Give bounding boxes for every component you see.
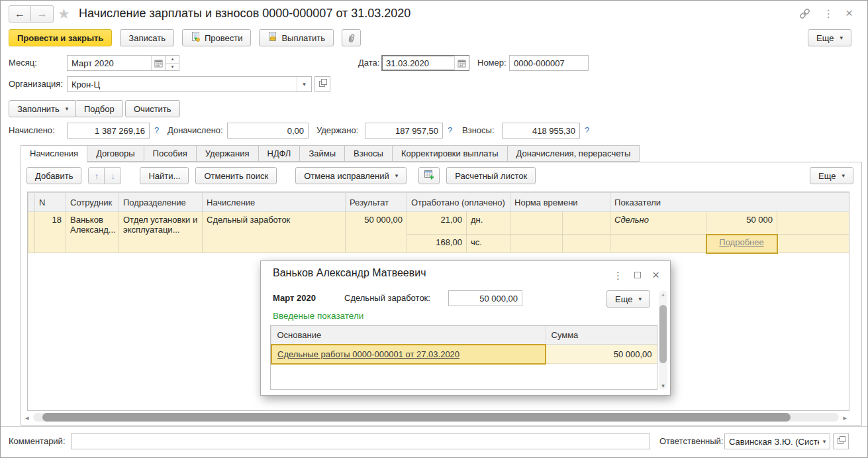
tab-deductions[interactable]: Удержания (197, 145, 259, 162)
favorite-star-icon[interactable]: ★ (58, 6, 70, 22)
cell-indicator-name[interactable]: Сдельно (610, 212, 706, 235)
grid-more-button[interactable]: Еще▾ (810, 167, 853, 184)
get-link-icon[interactable] (798, 7, 812, 21)
pick-button[interactable]: Подбор (75, 100, 123, 117)
stepper-down-icon[interactable]: ▾ (166, 63, 179, 71)
dropdown-icon[interactable]: ▾ (819, 434, 830, 449)
show-indicators-button[interactable] (418, 167, 440, 184)
cell-sum[interactable]: 50 000,00 (546, 345, 657, 364)
col-accrual[interactable]: Начисление (203, 193, 346, 212)
dialog-more-icon[interactable]: ⋮ (613, 270, 623, 280)
withheld-field[interactable]: 187 957,50 (365, 123, 443, 139)
col-result[interactable]: Результат (346, 193, 407, 212)
horizontal-scroll-thumb[interactable] (42, 413, 791, 422)
date-field[interactable]: 31.03.2020 (381, 55, 469, 71)
cell-norm-days-unit[interactable] (563, 212, 610, 235)
scroll-down-icon[interactable]: ▾ (659, 382, 667, 389)
col-employee[interactable]: Сотрудник (66, 193, 119, 212)
cell-accrual[interactable]: Сдельный заработок (203, 212, 346, 253)
piecework-field[interactable]: 50 000,00 (448, 290, 522, 306)
col-worked[interactable]: Отработано (оплачено) (407, 193, 510, 212)
accrued-help-icon[interactable]: ? (154, 125, 159, 135)
comment-field[interactable] (71, 433, 650, 449)
find-button[interactable]: Найти... (140, 167, 189, 184)
col-sum[interactable]: Сумма (546, 326, 657, 345)
tab-accruals[interactable]: Начисления (21, 145, 87, 162)
cell-indicator-extra[interactable] (777, 212, 849, 235)
number-field[interactable]: 0000-000007 (509, 55, 589, 71)
pay-button[interactable]: Выплатить (259, 29, 334, 46)
cell-basis-selected[interactable]: Сдельные работы 0000-000001 от 27.03.202… (271, 345, 546, 364)
details-link[interactable]: Подробнее (719, 237, 763, 247)
month-field[interactable]: Март 2020 (67, 55, 166, 71)
cell-indicator-name-2[interactable] (610, 235, 706, 253)
cell-indicator-extra-2[interactable] (777, 235, 849, 253)
tab-contributions[interactable]: Взносы (345, 145, 393, 162)
stepper-up-icon[interactable]: ▴ (166, 56, 179, 63)
fill-button[interactable]: Заполнить▾ (9, 100, 77, 117)
col-basis[interactable]: Основание (271, 326, 546, 345)
post-and-close-button[interactable]: Провести и закрыть (9, 29, 112, 46)
tab-payment-adjustments[interactable]: Корректировки выплаты (393, 145, 508, 162)
window-more-button[interactable]: Еще▾ (808, 29, 851, 46)
cell-norm-days[interactable] (510, 212, 563, 235)
accrued-field[interactable]: 1 387 269,16 (67, 123, 150, 139)
cell-worked-days-unit[interactable]: дн. (467, 212, 510, 235)
cell-n[interactable]: 18 (35, 212, 66, 253)
calendar-icon[interactable] (454, 56, 469, 70)
contributions-help-icon[interactable]: ? (585, 125, 589, 135)
save-button[interactable]: Записать (120, 29, 174, 46)
extra-accrued-field[interactable]: 0,00 (227, 123, 309, 139)
contributions-field[interactable]: 418 955,30 (502, 123, 580, 139)
table-row[interactable]: 18 Ваньков Александ... Отдел установки и… (28, 212, 849, 235)
responsible-field[interactable]: Савинская З.Ю. (Системн ▾ (724, 433, 830, 449)
maximize-icon[interactable] (634, 272, 641, 278)
col-indicators[interactable]: Показатели (610, 193, 849, 212)
window-more-icon[interactable]: ⋮ (824, 9, 834, 19)
cancel-fixes-button[interactable]: Отмена исправлений▾ (295, 167, 407, 184)
calendar-icon[interactable] (151, 56, 166, 70)
back-button[interactable]: ← (9, 5, 31, 23)
scroll-right-icon[interactable]: ▸ (843, 414, 847, 422)
tab-ndfl[interactable]: НДФЛ (259, 145, 301, 162)
tab-recalculations[interactable]: Доначисления, перерасчеты (508, 145, 640, 162)
withheld-help-icon[interactable]: ? (448, 125, 452, 135)
cancel-search-button[interactable]: Отменить поиск (195, 167, 277, 184)
cell-worked-hours-unit[interactable]: чс. (467, 235, 510, 253)
col-department[interactable]: Подразделение (119, 193, 203, 212)
close-icon[interactable]: × (845, 6, 853, 21)
horizontal-scrollbar[interactable] (33, 413, 839, 422)
cell-worked-days[interactable]: 21,00 (407, 212, 467, 235)
scroll-up-icon[interactable]: ▴ (659, 291, 667, 298)
cell-employee[interactable]: Ваньков Александ... (66, 212, 119, 253)
move-up-button[interactable]: ↑ (88, 167, 105, 184)
cell-norm-hours[interactable] (510, 235, 563, 253)
attachments-button[interactable] (342, 29, 361, 46)
cell-norm-hours-unit[interactable] (563, 235, 610, 253)
cell-result[interactable]: 50 000,00 (346, 212, 407, 253)
move-down-button[interactable]: ↓ (105, 167, 121, 184)
tab-contracts[interactable]: Договоры (87, 145, 144, 162)
clear-button[interactable]: Очистить (125, 100, 180, 117)
payslip-button[interactable]: Расчетный листок (446, 167, 536, 184)
dialog-close-icon[interactable]: × (652, 268, 659, 282)
tab-loans[interactable]: Займы (300, 145, 345, 162)
cell-indicator-value[interactable]: 50 000 (706, 212, 777, 235)
basis-document-link[interactable]: Сдельные работы 0000-000001 от 27.03.202… (277, 349, 459, 359)
dropdown-icon[interactable]: ▾ (297, 77, 311, 91)
forward-button[interactable]: → (31, 5, 54, 23)
col-n[interactable]: N (35, 193, 66, 212)
col-norm[interactable]: Норма времени (510, 193, 610, 212)
post-button[interactable]: Провести (182, 29, 252, 46)
dialog-more-button[interactable]: Еще▾ (606, 290, 650, 308)
vertical-scroll-thumb[interactable] (659, 305, 667, 363)
open-organization-button[interactable] (314, 76, 330, 92)
cell-details-selected[interactable]: Подробнее (706, 235, 777, 253)
indicators-grid[interactable]: Основание Сумма Сдельные работы 0000-000… (270, 325, 657, 390)
month-stepper[interactable]: ▴ ▾ (166, 55, 179, 71)
tab-benefits[interactable]: Пособия (144, 145, 197, 162)
organization-field[interactable]: Крон-Ц ▾ (67, 76, 312, 92)
add-row-button[interactable]: Добавить (26, 167, 81, 184)
scroll-left-icon[interactable]: ◂ (25, 414, 29, 422)
table-row[interactable]: Сдельные работы 0000-000001 от 27.03.202… (271, 345, 657, 364)
